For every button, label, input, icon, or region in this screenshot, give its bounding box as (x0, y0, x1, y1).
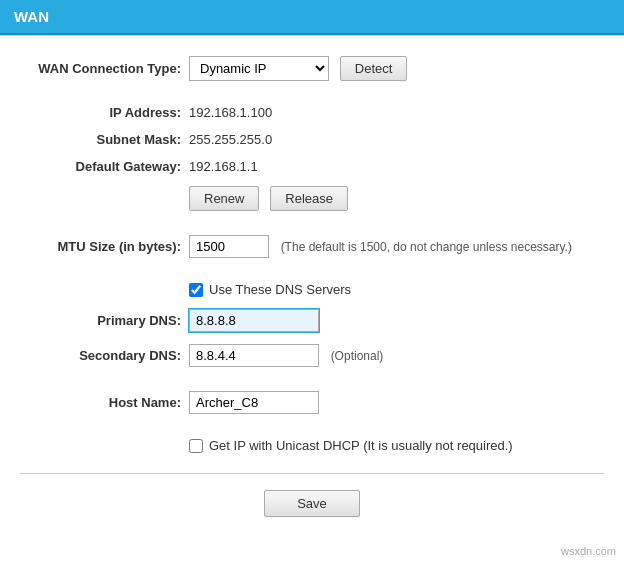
ip-address-row: IP Address: 192.168.1.100 (20, 99, 604, 126)
host-name-label: Host Name: (20, 385, 185, 420)
spacer-row-5 (20, 420, 604, 432)
watermark: wsxdn.com (561, 545, 616, 557)
use-dns-row: Use These DNS Servers (20, 276, 604, 303)
unicast-dhcp-checkbox-container: Get IP with Unicast DHCP (It is usually … (189, 438, 600, 453)
spacer-row-2 (20, 217, 604, 229)
host-name-input[interactable] (189, 391, 319, 414)
secondary-dns-label: Secondary DNS: (20, 338, 185, 373)
bottom-divider (20, 473, 604, 474)
save-row: Save (20, 490, 604, 517)
renew-button[interactable]: Renew (189, 186, 259, 211)
spacer-row-3 (20, 264, 604, 276)
primary-dns-row: Primary DNS: (20, 303, 604, 338)
secondary-dns-row: Secondary DNS: (Optional) (20, 338, 604, 373)
unicast-dhcp-label[interactable]: Get IP with Unicast DHCP (It is usually … (209, 438, 513, 453)
spacer-row-1 (20, 87, 604, 99)
mtu-size-cell: (The default is 1500, do not change unle… (185, 229, 604, 264)
default-gateway-value: 192.168.1.1 (185, 153, 604, 180)
wan-connection-type-label: WAN Connection Type: (20, 50, 185, 87)
renew-release-row: Renew Release (20, 180, 604, 217)
settings-form: WAN Connection Type: Dynamic IP Static I… (20, 50, 604, 459)
use-dns-checkbox-container: Use These DNS Servers (189, 282, 600, 297)
save-button[interactable]: Save (264, 490, 360, 517)
primary-dns-cell (185, 303, 604, 338)
secondary-dns-hint: (Optional) (331, 349, 384, 363)
host-name-cell (185, 385, 604, 420)
wan-connection-type-cell: Dynamic IP Static IP PPPoE L2TP PPTP Det… (185, 50, 604, 87)
unicast-dhcp-row: Get IP with Unicast DHCP (It is usually … (20, 432, 604, 459)
detect-button[interactable]: Detect (340, 56, 408, 81)
primary-dns-input[interactable] (189, 309, 319, 332)
ip-address-value: 192.168.1.100 (185, 99, 604, 126)
mtu-hint: (The default is 1500, do not change unle… (281, 240, 572, 254)
wan-connection-type-select[interactable]: Dynamic IP Static IP PPPoE L2TP PPTP (189, 56, 329, 81)
mtu-size-label: MTU Size (in bytes): (20, 229, 185, 264)
use-dns-label[interactable]: Use These DNS Servers (209, 282, 351, 297)
default-gateway-row: Default Gateway: 192.168.1.1 (20, 153, 604, 180)
main-content: WAN Connection Type: Dynamic IP Static I… (0, 36, 624, 537)
use-dns-checkbox[interactable] (189, 283, 203, 297)
subnet-mask-label: Subnet Mask: (20, 126, 185, 153)
release-button[interactable]: Release (270, 186, 348, 211)
mtu-size-input[interactable] (189, 235, 269, 258)
page-title: WAN (0, 0, 624, 35)
secondary-dns-input[interactable] (189, 344, 319, 367)
unicast-dhcp-checkbox[interactable] (189, 439, 203, 453)
host-name-row: Host Name: (20, 385, 604, 420)
subnet-mask-row: Subnet Mask: 255.255.255.0 (20, 126, 604, 153)
mtu-size-row: MTU Size (in bytes): (The default is 150… (20, 229, 604, 264)
primary-dns-label: Primary DNS: (20, 303, 185, 338)
wan-connection-type-row: WAN Connection Type: Dynamic IP Static I… (20, 50, 604, 87)
subnet-mask-value: 255.255.255.0 (185, 126, 604, 153)
ip-address-label: IP Address: (20, 99, 185, 126)
secondary-dns-cell: (Optional) (185, 338, 604, 373)
default-gateway-label: Default Gateway: (20, 153, 185, 180)
spacer-row-4 (20, 373, 604, 385)
